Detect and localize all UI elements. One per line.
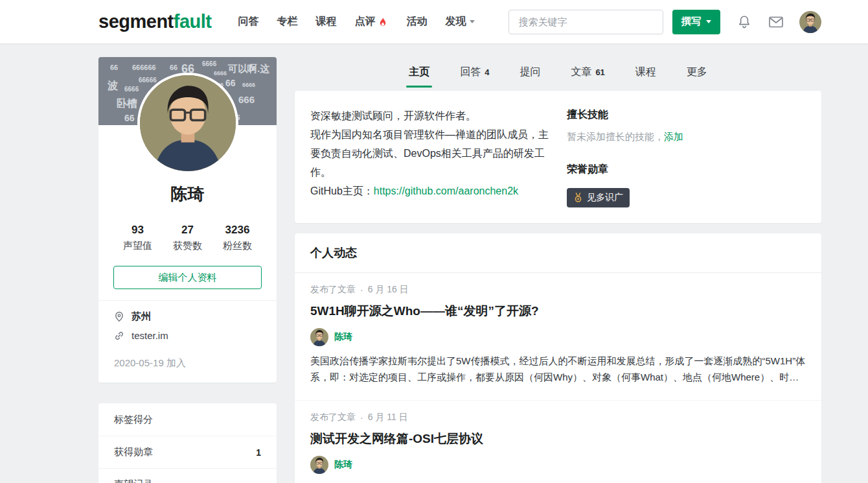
location-text: 苏州 (131, 311, 151, 323)
article-title[interactable]: 测试开发之网络篇-OSI七层协议 (310, 430, 806, 447)
messages-button[interactable] (768, 16, 784, 29)
honor-badge[interactable]: 见多识广 (567, 188, 630, 207)
sidebar-item-badges[interactable]: 获得勋章 1 (98, 436, 277, 468)
danmaku-text: 6666 (242, 82, 255, 88)
badge-label: 见多识广 (587, 192, 623, 204)
danmaku-text: 6666 (202, 60, 216, 67)
chevron-down-icon (470, 20, 475, 23)
avatar-image (799, 11, 821, 33)
article-author: 陈琦 (310, 328, 806, 346)
add-skill-link[interactable]: 添加 (664, 131, 683, 142)
nav-item-questions[interactable]: 问答 (229, 0, 268, 43)
tab-questions[interactable]: 提问 (520, 57, 540, 88)
skills-empty-text: 暂未添加擅长的技能，添加 (567, 131, 806, 143)
stat-followers[interactable]: 3236 粉丝数 (223, 224, 252, 252)
stat-reputation[interactable]: 93 声望值 (123, 224, 152, 252)
main-nav: 问答 专栏 课程 点评 活动 发现 (229, 0, 484, 43)
article-author: 陈琦 (310, 456, 806, 474)
segmentfault-logo[interactable]: segmentfault (98, 11, 211, 32)
feed-title: 个人动态 (295, 233, 821, 273)
location-row: 苏州 (114, 311, 261, 323)
danmaku-text: 6666 (214, 70, 227, 77)
bio-section: 资深敏捷测试顾问，开源软件作者。 现作为国内知名项目管理软件—禅道的团队成员，主… (310, 106, 567, 207)
feed-date[interactable]: 6 月 16 日 (368, 284, 409, 296)
danmaku-text: 66 (170, 64, 177, 71)
tab-answers[interactable]: 回答4 (460, 57, 489, 88)
danmaku-text: 66 (124, 113, 135, 123)
logo-text-segment: segment (98, 11, 174, 32)
website-link[interactable]: tester.im (131, 330, 168, 341)
profile-info: 苏州 tester.im (98, 300, 277, 341)
author-name[interactable]: 陈琦 (334, 331, 352, 343)
feed-meta: 发布了文章 · 6 月 11 日 (310, 412, 806, 423)
tab-more[interactable]: 更多 (687, 57, 707, 88)
article-excerpt: 美国政治传播学家拉斯韦尔提出了5W传播模式，经过后人的不断运用和发展总结，形成了… (310, 353, 806, 385)
profile-avatar[interactable] (137, 73, 238, 174)
danmaku-text: 6666 (124, 86, 139, 93)
nav-item-discover[interactable]: 发现 (436, 0, 484, 43)
github-label: GitHub主页： (310, 185, 374, 196)
sidebar-menu: 标签得分 获得勋章 1 声望记录 (98, 403, 277, 483)
join-date: 2020-05-19 加入 (98, 348, 277, 383)
medal-icon (573, 193, 583, 203)
tab-home[interactable]: 主页 (409, 57, 429, 88)
bell-icon (737, 14, 751, 30)
danmaku-text: 66666 (139, 77, 157, 84)
nav-item-courses[interactable]: 课程 (306, 0, 345, 43)
profile-stats: 93 声望值 27 获赞数 3236 粉丝数 (98, 224, 277, 252)
article-excerpt: 今天，我们来了解一下OSI（Open System Interconnect）开… (310, 480, 806, 483)
mail-icon (768, 16, 784, 29)
profile-card: 66 666666 66 66 6666 6666 可以啊.这 波 6666 6… (98, 57, 277, 383)
nav-item-activities[interactable]: 活动 (397, 0, 436, 43)
flame-icon (378, 17, 388, 27)
top-navbar: segmentfault 问答 专栏 课程 点评 活动 发现 撰写 (0, 0, 868, 43)
author-avatar[interactable] (310, 456, 328, 474)
sidebar-item-reputation-log[interactable]: 声望记录 (98, 468, 277, 483)
feed-meta: 发布了文章 · 6 月 16 日 (310, 284, 806, 296)
nav-item-columns[interactable]: 专栏 (268, 0, 306, 43)
danmaku-text: 666 (238, 94, 255, 105)
sidebar-item-tag-scores[interactable]: 标签得分 (98, 403, 277, 436)
tab-courses[interactable]: 课程 (635, 57, 656, 88)
about-card: 资深敏捷测试顾问，开源软件作者。 现作为国内知名项目管理软件—禅道的团队成员，主… (295, 91, 821, 223)
website-row: tester.im (114, 330, 261, 341)
profile-name: 陈琦 (98, 183, 277, 206)
nav-item-reviews[interactable]: 点评 (345, 0, 397, 43)
badge-count: 1 (256, 447, 261, 458)
author-name[interactable]: 陈琦 (334, 459, 352, 471)
danmaku-text: 66 (225, 78, 236, 88)
github-row: GitHub主页：https://github.com/aaronchen2k (310, 182, 550, 200)
logo-text-fault: fault (174, 11, 212, 32)
article-title[interactable]: 5W1H聊开源之Who——谁“发明”了开源? (310, 303, 806, 320)
profile-sidebar: 66 666666 66 66 6666 6666 可以啊.这 波 6666 6… (98, 57, 277, 483)
meta-separator: · (360, 412, 363, 423)
avatar-image (310, 456, 328, 474)
avatar-image (140, 75, 236, 171)
stat-likes[interactable]: 27 获赞数 (173, 224, 202, 252)
tab-articles[interactable]: 文章61 (571, 57, 604, 88)
activity-feed: 个人动态 发布了文章 · 6 月 16 日 5W1H聊开源之Who——谁“发明”… (295, 233, 821, 483)
danmaku-text: 666666 (132, 64, 156, 71)
honors-title: 荣誉勋章 (567, 163, 806, 176)
danmaku-text: 可以啊.这 (228, 63, 269, 75)
notifications-button[interactable] (737, 14, 751, 30)
meta-separator: · (360, 285, 363, 295)
feed-item: 发布了文章 · 6 月 16 日 5W1H聊开源之Who——谁“发明”了开源? … (295, 273, 821, 400)
link-icon (114, 331, 124, 341)
location-pin-icon (114, 311, 124, 322)
search-box (508, 10, 663, 34)
feed-action: 发布了文章 (310, 412, 356, 423)
skills-title: 擅长技能 (567, 108, 806, 122)
feed-date[interactable]: 6 月 11 日 (368, 412, 408, 423)
profile-tabs: 主页 回答4 提问 文章61 课程 更多 (295, 57, 821, 88)
search-input[interactable] (508, 10, 663, 34)
feed-item: 发布了文章 · 6 月 11 日 测试开发之网络篇-OSI七层协议 陈琦 今天，… (295, 400, 821, 483)
edit-profile-button[interactable]: 编辑个人资料 (113, 266, 262, 289)
bio-line: 现作为国内知名项目管理软件—禅道的团队成员，主要负责自动化测试、DevOps相关… (310, 125, 550, 182)
github-link[interactable]: https://github.com/aaronchen2k (374, 185, 518, 196)
user-avatar[interactable] (799, 11, 821, 33)
bio-line: 资深敏捷测试顾问，开源软件作者。 (310, 106, 550, 125)
danmaku-text: 波 (108, 79, 118, 93)
write-button[interactable]: 撰写 (672, 10, 720, 34)
author-avatar[interactable] (310, 328, 328, 346)
